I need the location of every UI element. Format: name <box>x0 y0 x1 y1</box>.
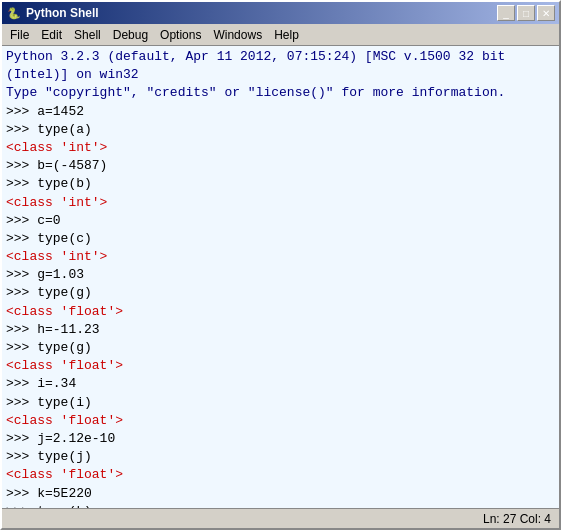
shell-line: >>> type(g) <box>6 284 555 302</box>
shell-line: >>> type(a) <box>6 121 555 139</box>
window-title: Python Shell <box>26 6 497 20</box>
cursor-position: Ln: 27 Col: 4 <box>483 512 551 526</box>
menu-file[interactable]: File <box>4 26 35 44</box>
shell-line: Python 3.2.3 (default, Apr 11 2012, 07:1… <box>6 48 555 66</box>
shell-line: <class 'float'> <box>6 303 555 321</box>
menu-shell[interactable]: Shell <box>68 26 107 44</box>
shell-line: >>> type(k) <box>6 503 555 508</box>
main-window: 🐍 Python Shell _ □ ✕ File Edit Shell Deb… <box>0 0 561 530</box>
shell-line: >>> c=0 <box>6 212 555 230</box>
shell-line: >>> g=1.03 <box>6 266 555 284</box>
shell-line: >>> a=1452 <box>6 103 555 121</box>
menu-debug[interactable]: Debug <box>107 26 154 44</box>
close-button[interactable]: ✕ <box>537 5 555 21</box>
shell-line: >>> i=.34 <box>6 375 555 393</box>
shell-line: >>> j=2.12e-10 <box>6 430 555 448</box>
window-controls: _ □ ✕ <box>497 5 555 21</box>
shell-line: >>> type(i) <box>6 394 555 412</box>
shell-line: <class 'int'> <box>6 139 555 157</box>
menu-bar: File Edit Shell Debug Options Windows He… <box>2 24 559 46</box>
shell-output[interactable]: Python 3.2.3 (default, Apr 11 2012, 07:1… <box>2 46 559 508</box>
menu-windows[interactable]: Windows <box>207 26 268 44</box>
menu-help[interactable]: Help <box>268 26 305 44</box>
minimize-button[interactable]: _ <box>497 5 515 21</box>
shell-line: >>> type(b) <box>6 175 555 193</box>
app-icon: 🐍 <box>6 5 22 21</box>
title-bar: 🐍 Python Shell _ □ ✕ <box>2 2 559 24</box>
shell-line: >>> h=-11.23 <box>6 321 555 339</box>
shell-line: (Intel)] on win32 <box>6 66 555 84</box>
menu-edit[interactable]: Edit <box>35 26 68 44</box>
shell-line: >>> b=(-4587) <box>6 157 555 175</box>
shell-line: <class 'float'> <box>6 412 555 430</box>
status-bar: Ln: 27 Col: 4 <box>2 508 559 528</box>
shell-line: >>> type(j) <box>6 448 555 466</box>
maximize-button[interactable]: □ <box>517 5 535 21</box>
menu-options[interactable]: Options <box>154 26 207 44</box>
shell-line: >>> type(g) <box>6 339 555 357</box>
shell-line: Type "copyright", "credits" or "license(… <box>6 84 555 102</box>
shell-line: <class 'int'> <box>6 248 555 266</box>
shell-line: >>> k=5E220 <box>6 485 555 503</box>
shell-line: <class 'float'> <box>6 466 555 484</box>
shell-line: <class 'int'> <box>6 194 555 212</box>
shell-line: <class 'float'> <box>6 357 555 375</box>
shell-line: >>> type(c) <box>6 230 555 248</box>
